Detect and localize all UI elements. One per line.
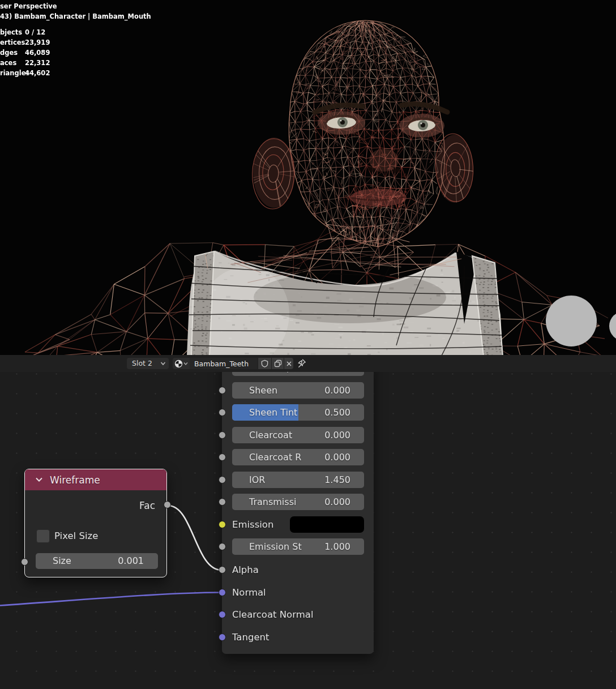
node-input-transmission[interactable]: Transmissi 0.000 (232, 494, 364, 510)
slider-label: Size (53, 553, 71, 569)
socket-sheen[interactable] (219, 387, 226, 394)
node-input-alpha-label: Alpha (232, 562, 259, 578)
stat-label: dges (0, 48, 25, 58)
slider-label: Sheen Tint (249, 404, 297, 421)
node-input-clearcoat[interactable]: Clearcoat 0.000 (232, 427, 364, 443)
slider-value: 0.001 (118, 553, 144, 569)
slot-label: Slot 2 (132, 359, 152, 367)
slider-label: Transmissi (249, 494, 296, 510)
slider-value: 1.000 (324, 538, 350, 555)
stat-value: 44,602 (25, 68, 50, 78)
blender-window: ser Perspective 43) Bambam_Character | B… (0, 0, 616, 689)
material-name-text: Bambam_Teeth (194, 360, 249, 368)
stat-label: aces (0, 58, 25, 68)
socket-clearcoat-normal[interactable] (219, 611, 226, 618)
pixel-size-checkbox[interactable] (36, 529, 50, 543)
socket-normal[interactable] (219, 589, 226, 596)
node-input-emission-label: Emission (232, 516, 273, 533)
material-slot-dropdown[interactable]: Slot 2 (127, 358, 169, 369)
pin-icon (297, 358, 306, 368)
node-input-sheen[interactable]: Sheen 0.000 (232, 382, 364, 399)
slider-label: Sheen (249, 382, 277, 399)
material-browse-button[interactable] (173, 358, 190, 369)
stat-label: ertices (0, 37, 25, 48)
close-icon (286, 361, 292, 367)
stat-label: riangles (0, 68, 25, 78)
stat-row-objects: bjects 0 / 12 (0, 27, 50, 37)
duplicate-icon (274, 360, 282, 367)
slider-value: 0.000 (324, 494, 350, 510)
stat-label: bjects (0, 27, 25, 37)
node-input-ior[interactable]: IOR 1.450 (232, 472, 364, 488)
socket-transmission[interactable] (219, 498, 226, 506)
slider-value: 0.500 (324, 404, 350, 421)
fac-output-label: Fac (139, 498, 155, 514)
socket-tangent[interactable] (219, 634, 226, 641)
shield-icon (261, 360, 268, 367)
socket-alpha[interactable] (219, 566, 226, 574)
chevron-down-icon[interactable] (35, 477, 43, 482)
slider-value: 0.000 (324, 427, 350, 443)
chevron-down-icon (160, 361, 166, 366)
stat-row-edges: dges 46,089 (0, 48, 50, 58)
socket-emission[interactable] (219, 521, 226, 528)
pin-button[interactable] (297, 358, 306, 368)
socket-clearcoat[interactable] (219, 431, 226, 439)
slider-label: IOR (249, 472, 265, 488)
slider-value: 0.000 (324, 449, 350, 465)
viewport-overlay-text: ser Perspective 43) Bambam_Character | B… (0, 1, 151, 22)
chevron-down-icon (183, 362, 188, 366)
stat-row-vertices: ertices 23,919 (0, 37, 50, 48)
material-name-group: Bambam_Teeth (173, 358, 293, 369)
slider-label: Clearcoat (249, 427, 292, 443)
slider-label: Clearcoat R (249, 449, 301, 465)
socket-clearcoat-roughness[interactable] (219, 453, 226, 461)
node-input-tangent-label: Tangent (232, 629, 269, 645)
emission-color-swatch[interactable] (290, 516, 364, 533)
node-input-normal-label: Normal (232, 584, 266, 601)
node-input-clearcoat-roughness[interactable]: Clearcoat R 0.000 (232, 449, 364, 465)
pixel-size-label: Pixel Size (54, 528, 98, 544)
3d-viewport[interactable] (0, 0, 616, 355)
socket-emission-strength[interactable] (219, 543, 226, 550)
principled-bsdf-node[interactable]: Anisotropic 0.000 Sheen 0.000 Sheen Tint… (222, 360, 374, 654)
socket-ior[interactable] (219, 476, 226, 483)
stat-value: 22,312 (25, 58, 50, 68)
node-input-sheen-tint[interactable]: Sheen Tint 0.500 (232, 404, 364, 421)
node-input-clearcoat-normal-label: Clearcoat Normal (232, 606, 313, 623)
stat-value: 46,089 (25, 48, 50, 58)
stat-row-triangles: riangles 44,602 (0, 68, 50, 78)
new-material-copy-button[interactable] (271, 358, 284, 369)
active-object-label: 43) Bambam_Character | Bambam_Mouth (0, 11, 151, 22)
unlink-material-button[interactable] (284, 358, 293, 369)
stat-row-faces: aces 22,312 (0, 58, 50, 68)
socket-size-input[interactable] (21, 558, 28, 566)
viewport-statistics: bjects 0 / 12 ertices 23,919 dges 46,089… (0, 27, 50, 78)
slider-value: 0.000 (324, 382, 350, 399)
socket-fac-output[interactable] (164, 501, 171, 508)
fake-user-shield-button[interactable] (258, 358, 271, 369)
shader-editor-header: Slot 2 Bambam_Teeth (0, 355, 616, 372)
material-name-field[interactable]: Bambam_Teeth (190, 358, 258, 369)
wireframe-node[interactable]: Wireframe Fac Pixel Size Size 0.001 (24, 469, 167, 577)
nav-gizmo-circle[interactable] (546, 296, 597, 346)
socket-sheen-tint[interactable] (219, 409, 226, 416)
wireframe-node-header[interactable]: Wireframe (25, 469, 166, 490)
view-name-label: ser Perspective (0, 1, 151, 11)
node-input-emission-strength[interactable]: Emission St 1.000 (232, 538, 364, 555)
size-slider[interactable]: Size 0.001 (36, 553, 158, 569)
node-title: Wireframe (50, 474, 100, 486)
stat-value: 0 / 12 (25, 27, 45, 37)
slider-value: 1.450 (324, 472, 350, 488)
stat-value: 23,919 (25, 37, 50, 48)
material-sphere-icon (174, 360, 183, 368)
slider-label: Emission St (249, 538, 302, 555)
